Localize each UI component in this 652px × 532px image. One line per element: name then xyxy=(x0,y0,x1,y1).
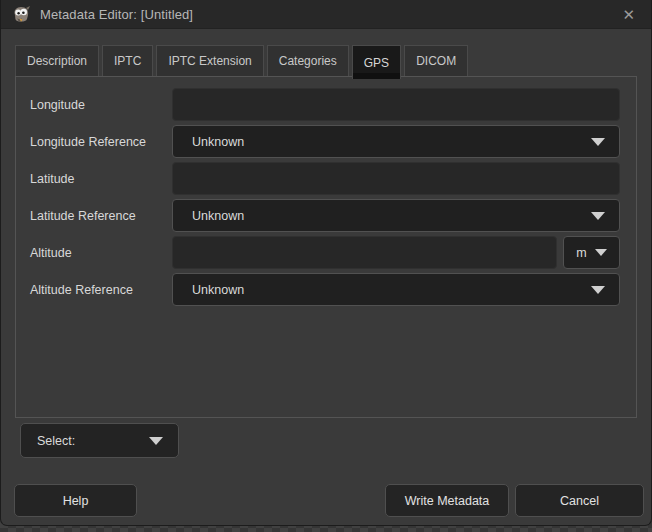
gps-tab-panel: Longitude Longitude Reference Unknown La… xyxy=(15,76,637,418)
title-bar: Metadata Editor: [Untitled] ✕ xyxy=(1,0,651,29)
tab-dicom[interactable]: DICOM xyxy=(404,45,468,76)
altitude-input[interactable] xyxy=(172,236,557,269)
write-metadata-button[interactable]: Write Metadata xyxy=(385,484,509,517)
chevron-down-icon xyxy=(595,249,607,256)
form-row-altitude: Altitude m xyxy=(30,236,620,269)
longitude-reference-dropdown[interactable]: Unknown xyxy=(172,125,620,158)
form-row-altitude-reference: Altitude Reference Unknown xyxy=(30,273,620,306)
tab-iptc-extension[interactable]: IPTC Extension xyxy=(156,45,263,76)
dialog-footer: Help Write Metadata Cancel xyxy=(1,484,651,517)
form-row-latitude-reference: Latitude Reference Unknown xyxy=(30,199,620,232)
altitude-reference-value: Unknown xyxy=(192,283,591,297)
longitude-input[interactable] xyxy=(172,88,620,121)
latitude-reference-dropdown[interactable]: Unknown xyxy=(172,199,620,232)
altitude-unit-dropdown[interactable]: m xyxy=(563,236,620,269)
select-row: Select: xyxy=(20,423,637,458)
tab-iptc[interactable]: IPTC xyxy=(102,45,153,76)
chevron-down-icon xyxy=(591,212,605,220)
form-row-longitude-reference: Longitude Reference Unknown xyxy=(30,125,620,158)
tab-categories[interactable]: Categories xyxy=(267,45,349,76)
form-row-latitude: Latitude xyxy=(30,162,620,195)
cancel-button[interactable]: Cancel xyxy=(515,484,644,517)
metadata-editor-dialog: Metadata Editor: [Untitled] ✕ Descriptio… xyxy=(0,0,652,526)
altitude-unit-value: m xyxy=(576,246,586,260)
window-title: Metadata Editor: [Untitled] xyxy=(40,7,618,22)
latitude-label: Latitude xyxy=(30,172,172,186)
select-dropdown-label: Select: xyxy=(37,434,149,448)
help-button[interactable]: Help xyxy=(14,484,137,517)
longitude-label: Longitude xyxy=(30,98,172,112)
close-icon[interactable]: ✕ xyxy=(618,5,639,24)
form-row-longitude: Longitude xyxy=(30,88,620,121)
longitude-reference-label: Longitude Reference xyxy=(30,135,172,149)
tab-gps[interactable]: GPS xyxy=(352,45,401,79)
chevron-down-icon xyxy=(149,437,163,445)
chevron-down-icon xyxy=(591,138,605,146)
tab-description[interactable]: Description xyxy=(15,45,99,76)
gimp-wilber-icon xyxy=(11,5,33,23)
latitude-reference-value: Unknown xyxy=(192,209,591,223)
latitude-reference-label: Latitude Reference xyxy=(30,209,172,223)
longitude-reference-value: Unknown xyxy=(192,135,591,149)
altitude-reference-dropdown[interactable]: Unknown xyxy=(172,273,620,306)
latitude-input[interactable] xyxy=(172,162,620,195)
altitude-reference-label: Altitude Reference xyxy=(30,283,172,297)
select-dropdown[interactable]: Select: xyxy=(20,423,179,458)
metadata-tab-strip: Description IPTC IPTC Extension Categori… xyxy=(15,45,637,76)
altitude-label: Altitude xyxy=(30,246,172,260)
chevron-down-icon xyxy=(591,286,605,294)
